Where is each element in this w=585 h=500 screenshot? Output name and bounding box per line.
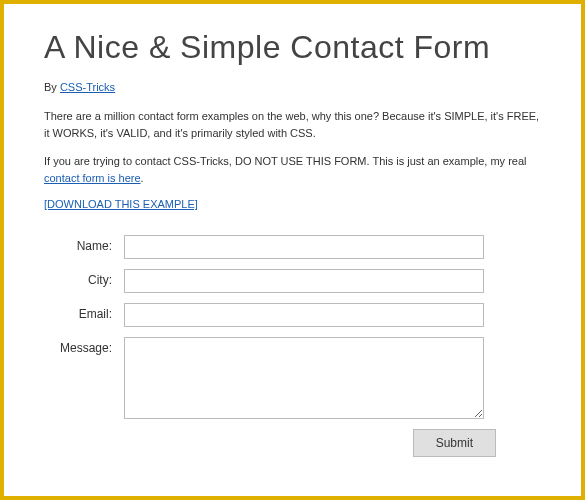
intro-paragraph: There are a million contact form example… xyxy=(44,108,541,141)
message-row: Message: xyxy=(44,337,541,419)
email-input[interactable] xyxy=(124,303,484,327)
byline-prefix: By xyxy=(44,81,60,93)
name-row: Name: xyxy=(44,235,541,259)
page-container: A Nice & Simple Contact Form By CSS-Tric… xyxy=(4,4,581,477)
warning-paragraph: If you are trying to contact CSS-Tricks,… xyxy=(44,153,541,186)
warning-text: If you are trying to contact CSS-Tricks,… xyxy=(44,155,527,167)
message-label: Message: xyxy=(44,337,124,355)
submit-button[interactable]: Submit xyxy=(413,429,496,457)
city-input[interactable] xyxy=(124,269,484,293)
warning-suffix: . xyxy=(141,172,144,184)
city-row: City: xyxy=(44,269,541,293)
download-container: [DOWNLOAD THIS EXAMPLE] xyxy=(44,198,541,210)
contact-form: Name: City: Email: Message: Submit xyxy=(44,235,541,457)
submit-row: Submit xyxy=(44,429,496,457)
city-label: City: xyxy=(44,269,124,287)
message-textarea[interactable] xyxy=(124,337,484,419)
email-label: Email: xyxy=(44,303,124,321)
byline: By CSS-Tricks xyxy=(44,81,541,93)
download-link[interactable]: [DOWNLOAD THIS EXAMPLE] xyxy=(44,198,198,210)
email-row: Email: xyxy=(44,303,541,327)
name-input[interactable] xyxy=(124,235,484,259)
contact-form-link[interactable]: contact form is here xyxy=(44,172,141,184)
name-label: Name: xyxy=(44,235,124,253)
author-link[interactable]: CSS-Tricks xyxy=(60,81,115,93)
page-title: A Nice & Simple Contact Form xyxy=(44,29,541,66)
